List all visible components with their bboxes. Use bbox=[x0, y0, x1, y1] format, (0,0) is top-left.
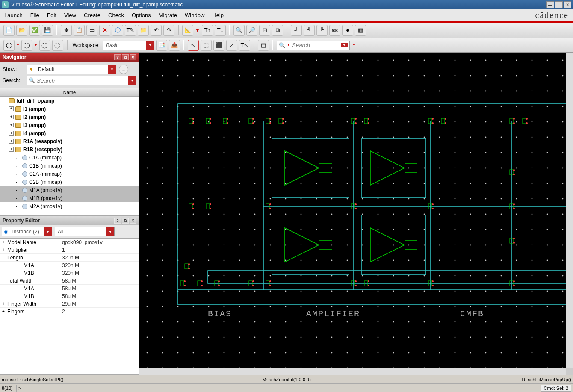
property-row[interactable]: M1B320n M bbox=[0, 269, 139, 277]
menu-edit[interactable]: Edit bbox=[47, 12, 56, 18]
tree-item[interactable]: +R1A (ressppoly) bbox=[0, 137, 139, 145]
maximize-button[interactable]: □ bbox=[555, 1, 563, 8]
property-row[interactable]: M1A320n M bbox=[0, 262, 139, 269]
select-partial-button[interactable]: ⬚ bbox=[201, 40, 212, 51]
menu-file[interactable]: File bbox=[30, 12, 39, 18]
check-save-button[interactable]: ✅ bbox=[29, 25, 40, 36]
tree-item[interactable]: +R1B (ressppoly) bbox=[0, 145, 139, 153]
prop-filter2-combo[interactable]: All▼ bbox=[55, 227, 115, 236]
svg-point-54 bbox=[368, 118, 369, 120]
menu-help[interactable]: Help bbox=[212, 12, 224, 18]
tree-item[interactable]: full_diff_opamp bbox=[0, 97, 139, 105]
copy-button[interactable]: 📋 bbox=[74, 25, 85, 36]
minimize-button[interactable]: — bbox=[546, 1, 554, 8]
schematic-canvas[interactable]: BIAS AMPLIFIER CMFB bbox=[139, 53, 573, 375]
search-input[interactable] bbox=[292, 42, 339, 48]
navigator-undock-button[interactable]: ⧉ bbox=[122, 54, 129, 60]
tree-item[interactable]: +I4 (ampp) bbox=[0, 129, 139, 137]
svg-point-46 bbox=[269, 122, 271, 124]
tree-item[interactable]: ·C2A (mimcap) bbox=[0, 170, 139, 178]
canvas-scrollbar-vertical[interactable] bbox=[566, 53, 573, 368]
tree-item[interactable]: ·M2A (nmos1v) bbox=[0, 202, 139, 210]
property-row[interactable]: +Model Namegpdk090_pmos1v bbox=[0, 239, 139, 246]
tree-item[interactable]: ·M1A (pmos1v) bbox=[0, 186, 139, 194]
zoom-in-button[interactable]: 🔍 bbox=[233, 25, 245, 36]
show-options-button[interactable]: … bbox=[119, 65, 128, 74]
show-combo[interactable]: ▼ Default▼ bbox=[27, 65, 116, 74]
menu-view[interactable]: View bbox=[64, 12, 76, 18]
nav-back-button[interactable]: ◯ bbox=[3, 40, 15, 51]
propedit-help-button[interactable]: ? bbox=[114, 218, 121, 224]
nav-up-button[interactable]: ◯ bbox=[39, 40, 50, 51]
property-row[interactable]: +Fingers2 bbox=[0, 308, 139, 315]
instance-button[interactable]: ▦ bbox=[355, 25, 366, 36]
nav-search-input[interactable] bbox=[37, 77, 128, 84]
ws-load-button[interactable]: 📥 bbox=[169, 40, 180, 51]
redo-button[interactable]: ↷ bbox=[163, 25, 174, 36]
property-editor-grid[interactable]: +Model Namegpdk090_pmos1v+Multiplier1-Le… bbox=[0, 238, 139, 375]
text-up-button[interactable]: T↑ bbox=[202, 25, 213, 36]
dropdown-arrow-icon[interactable]: ▼ bbox=[195, 25, 200, 36]
propedit-close-button[interactable]: ✕ bbox=[130, 218, 136, 224]
label-button[interactable]: abc bbox=[329, 25, 340, 36]
tree-item[interactable]: ·C1B (mimcap) bbox=[0, 162, 139, 170]
property-row[interactable]: -Length320n M bbox=[0, 254, 139, 262]
property-row[interactable]: -Total Width58u M bbox=[0, 277, 139, 285]
text-down-button[interactable]: T↓ bbox=[215, 25, 226, 36]
property-row[interactable]: M1B58u M bbox=[0, 292, 139, 300]
zoom-select-button[interactable]: ⧉ bbox=[272, 25, 283, 36]
tree-item[interactable]: ·M1B (pmos1v) bbox=[0, 194, 139, 202]
menu-migrate[interactable]: Migrate bbox=[159, 12, 177, 18]
undo-button[interactable]: ↶ bbox=[151, 25, 162, 36]
nav-home-button[interactable]: ◯ bbox=[52, 40, 63, 51]
paste-button[interactable]: 📁 bbox=[138, 25, 149, 36]
menu-options[interactable]: Options bbox=[132, 12, 151, 18]
select-text-button[interactable]: T↖ bbox=[239, 40, 250, 51]
tree-item[interactable]: +I3 (ampp) bbox=[0, 121, 139, 129]
navigator-help-button[interactable]: ? bbox=[114, 54, 121, 60]
tree-item[interactable]: ·C1A (mimcap) bbox=[0, 153, 139, 162]
select-add-button[interactable]: ↗ bbox=[226, 40, 237, 51]
stretch-button[interactable]: ▭ bbox=[86, 25, 97, 36]
menu-check[interactable]: Check bbox=[108, 12, 124, 18]
tree-item[interactable]: +I1 (ampn) bbox=[0, 105, 139, 113]
prop-filter1-combo[interactable]: ◉ instance (2)▼ bbox=[2, 227, 52, 236]
nav-fwd-button[interactable]: ◯ bbox=[21, 40, 32, 51]
ws-save-button[interactable]: 📑 bbox=[156, 40, 167, 51]
show-label: Show: bbox=[3, 66, 24, 72]
wire-name-button[interactable]: ╚ bbox=[316, 25, 328, 36]
property-row[interactable]: +Multiplier1 bbox=[0, 246, 139, 254]
wire-wide-button[interactable]: ╝ bbox=[304, 25, 315, 36]
pin-button[interactable]: ● bbox=[342, 25, 353, 36]
navigator-tree[interactable]: full_diff_opamp+I1 (ampn)+I2 (ampn)+I3 (… bbox=[0, 96, 139, 216]
close-button[interactable]: ✕ bbox=[564, 1, 571, 8]
workspace-combo[interactable]: Basic▼ bbox=[103, 41, 154, 50]
open-button[interactable]: 📂 bbox=[16, 25, 27, 36]
filter-button[interactable]: ▤ bbox=[258, 40, 269, 51]
nav-search-combo[interactable]: 🔍 ▼ bbox=[27, 76, 136, 85]
menu-create[interactable]: Create bbox=[84, 12, 100, 18]
tree-item[interactable]: +I2 (ampn) bbox=[0, 113, 139, 121]
property-row[interactable]: M1A58u M bbox=[0, 285, 139, 292]
canvas-scrollbar-horizontal[interactable] bbox=[139, 368, 566, 375]
text-edit-button[interactable]: T✎ bbox=[125, 25, 136, 36]
menu-launch[interactable]: Launch bbox=[4, 12, 23, 18]
tree-item[interactable]: ·C2B (mimcap) bbox=[0, 178, 139, 186]
select-full-button[interactable]: ⬛ bbox=[213, 40, 224, 51]
move-button[interactable]: ✥ bbox=[61, 25, 72, 36]
info-button[interactable]: ⓘ bbox=[112, 25, 123, 36]
navigator-close-button[interactable]: ✕ bbox=[130, 54, 136, 60]
menu-window[interactable]: Window bbox=[185, 12, 204, 18]
snap-button[interactable]: 📐 bbox=[182, 25, 193, 36]
delete-button[interactable]: ✕ bbox=[99, 25, 110, 36]
propedit-undock-button[interactable]: ⧉ bbox=[122, 218, 129, 224]
save-button[interactable]: 💾 bbox=[42, 25, 53, 36]
tree-column-header[interactable]: Name bbox=[0, 88, 139, 96]
property-row[interactable]: +Finger Width29u M bbox=[0, 300, 139, 308]
zoom-fit-button[interactable]: ⊡ bbox=[259, 25, 270, 36]
wire-button[interactable]: ┘ bbox=[291, 25, 302, 36]
zoom-out-button[interactable]: 🔎 bbox=[246, 25, 257, 36]
new-button[interactable]: 📄 bbox=[3, 25, 15, 36]
search-box[interactable]: 🔍 ▼ ▼ bbox=[277, 41, 350, 50]
select-mode-button[interactable]: ↖ bbox=[188, 40, 199, 51]
